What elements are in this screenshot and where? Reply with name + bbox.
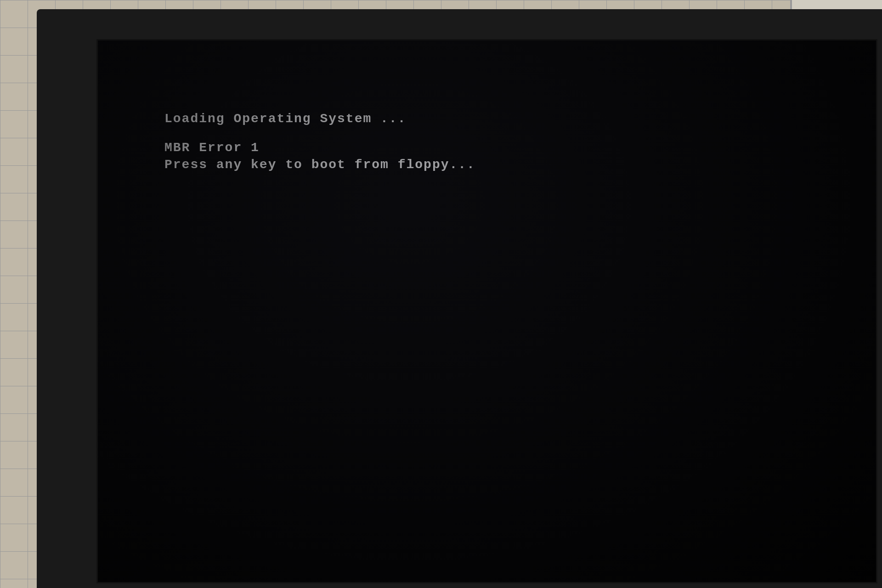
screen-content: Loading Operating System ... MBR Error 1… [98, 40, 876, 582]
monitor-bezel: Loading Operating System ... MBR Error 1… [37, 9, 882, 588]
text-area: Loading Operating System ... MBR Error 1… [164, 112, 475, 172]
loading-text: Loading Operating System ... [164, 112, 475, 126]
monitor-screen: Loading Operating System ... MBR Error 1… [96, 39, 877, 583]
photo-frame: Loading Operating System ... MBR Error 1… [0, 0, 882, 588]
mbr-error-text: MBR Error 1 [164, 141, 475, 155]
press-any-key-text: Press any key to boot from floppy... [164, 158, 475, 172]
